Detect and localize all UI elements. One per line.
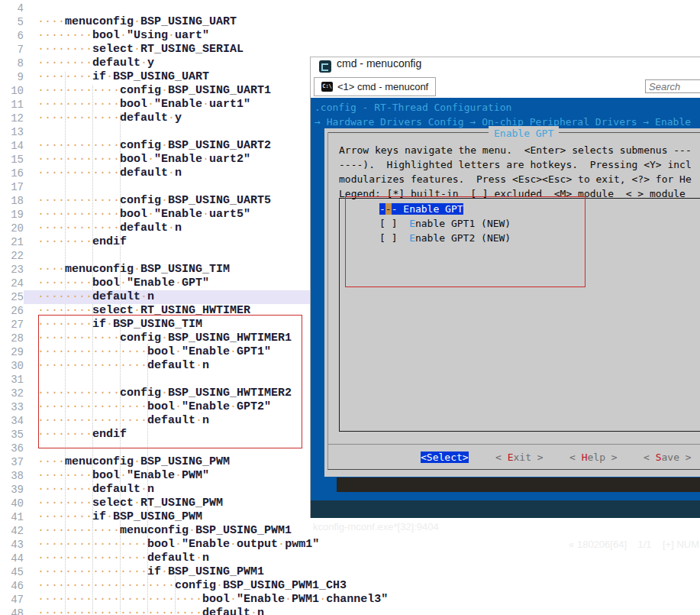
line-content: ········bool·"Using·uart" <box>24 29 700 43</box>
dialog-separator <box>327 444 700 445</box>
console-unpainted-area <box>337 477 700 492</box>
conemu-window: cmd - menuconfig C:\ <1> cmd - menuconf … <box>310 57 700 518</box>
conemu-statusbar: kconfig-mconf.exe*[32]:9404 « 180206[64]… <box>311 500 700 518</box>
line-number: 16 <box>0 167 24 180</box>
tab-bar: C:\ <1> cmd - menuconf <box>311 74 700 98</box>
line-number: 27 <box>0 318 24 332</box>
line-number: 34 <box>0 414 24 428</box>
annotation-box-console <box>345 196 585 287</box>
line-number: 47 <box>0 593 24 607</box>
line-number: 19 <box>0 208 24 222</box>
save-button[interactable]: < Save > <box>644 450 692 464</box>
line-number: 17 <box>0 180 24 194</box>
line-number: 4 <box>0 2 24 15</box>
line-number: 38 <box>0 469 24 483</box>
code-line[interactable]: 6········bool·"Using·uart" <box>0 29 700 43</box>
line-number: 12 <box>0 112 24 125</box>
line-number: 40 <box>0 497 24 510</box>
dialog-buttons: <Select>< Exit >< Help >< Save > <box>324 450 700 464</box>
line-content: ········select·RT_USING_SERIAL <box>24 43 700 57</box>
code-line[interactable]: 45················if·BSP_USING_PWM1 <box>0 565 700 579</box>
line-number: 20 <box>0 222 24 235</box>
line-number: 31 <box>0 373 24 387</box>
line-number: 13 <box>0 125 24 139</box>
search-input[interactable] <box>645 79 700 93</box>
window-title: cmd - menuconfig <box>337 57 421 74</box>
line-number: 44 <box>0 552 24 565</box>
line-number: 22 <box>0 249 24 263</box>
dialog-border-left <box>327 132 328 470</box>
line-number: 18 <box>0 194 24 208</box>
line-number: 9 <box>0 70 24 84</box>
line-number: 26 <box>0 304 24 318</box>
annotation-box-editor <box>38 315 302 448</box>
line-number: 14 <box>0 139 24 153</box>
select-button[interactable]: <Select> <box>421 450 469 464</box>
line-content: ························default·n <box>24 607 700 615</box>
kconfig-header: .config - RT-Thread Configuration <box>315 100 511 115</box>
dialog-help-line: ----). Highlighted letters are hotkeys. … <box>339 157 692 172</box>
line-number: 29 <box>0 345 24 359</box>
line-number: 45 <box>0 565 24 579</box>
line-number: 5 <box>0 15 24 29</box>
tab-cmd-menuconfig[interactable]: C:\ <1> cmd - menuconf <box>314 77 436 96</box>
line-number: 33 <box>0 400 24 414</box>
statusbar-process: kconfig-mconf.exe*[32]:9404 <box>313 518 439 536</box>
line-content: ························bool·"Enable·PWM… <box>24 593 700 607</box>
line-number: 21 <box>0 235 24 249</box>
line-content: ····menuconfig·BSP_USING_UART <box>24 15 700 29</box>
line-number: 28 <box>0 332 24 345</box>
line-number: 30 <box>0 359 24 373</box>
code-line[interactable]: 46····················config·BSP_USING_P… <box>0 579 700 593</box>
dialog-help-line: Arrow keys navigate the menu. <Enter> se… <box>339 143 692 157</box>
line-number: 41 <box>0 510 24 524</box>
console-screen: .config - RT-Thread Configuration → Hard… <box>311 98 700 500</box>
line-number: 35 <box>0 428 24 442</box>
line-number: 8 <box>0 57 24 70</box>
line-number: 25 <box>0 290 24 304</box>
line-number: 7 <box>0 43 24 57</box>
line-number: 37 <box>0 455 24 469</box>
line-content: ················if·BSP_USING_PWM1 <box>24 565 700 579</box>
menuconfig-dialog: Enable GPT Arrow keys navigate the menu.… <box>324 128 700 477</box>
dialog-border-bottom <box>327 469 700 470</box>
exit-button[interactable]: < Exit > <box>495 450 544 464</box>
line-number: 6 <box>0 29 24 43</box>
code-line[interactable]: 5····menuconfig·BSP_USING_UART <box>0 15 700 29</box>
line-number: 11 <box>0 98 24 112</box>
code-line[interactable]: 7········select·RT_USING_SERIAL <box>0 43 700 57</box>
line-number: 23 <box>0 263 24 277</box>
conemu-icon <box>319 60 331 73</box>
line-content: ················default·n <box>24 552 700 565</box>
line-number: 15 <box>0 153 24 167</box>
line-number: 48 <box>0 607 24 615</box>
line-number: 43 <box>0 538 24 552</box>
statusbar-info: « 180206[64] 1/1 [+] NUM <box>569 536 699 553</box>
code-line[interactable]: 47························bool·"Enable·P… <box>0 593 700 607</box>
tab-label: <1> cmd - menuconf <box>337 81 428 92</box>
help-button[interactable]: < Help > <box>569 450 618 464</box>
dialog-help-line: modularizes features. Press <Esc><Esc> t… <box>339 172 692 186</box>
code-line[interactable]: 44················default·n <box>0 552 700 565</box>
line-number: 10 <box>0 84 24 98</box>
line-number: 36 <box>0 442 24 455</box>
line-number: 42 <box>0 524 24 538</box>
code-line[interactable]: 4 <box>0 2 700 15</box>
line-content <box>24 2 700 15</box>
line-number: 32 <box>0 387 24 400</box>
dialog-help: Arrow keys navigate the menu. <Enter> se… <box>339 143 692 201</box>
line-number: 39 <box>0 483 24 497</box>
window-titlebar: cmd - menuconfig <box>311 57 700 74</box>
cmd-icon: C:\ <box>321 82 333 92</box>
code-line[interactable]: 48························default·n <box>0 607 700 615</box>
dialog-title: Enable GPT <box>489 126 559 141</box>
line-content: ····················config·BSP_USING_PWM… <box>24 579 700 593</box>
line-number: 24 <box>0 277 24 290</box>
line-number: 46 <box>0 579 24 593</box>
